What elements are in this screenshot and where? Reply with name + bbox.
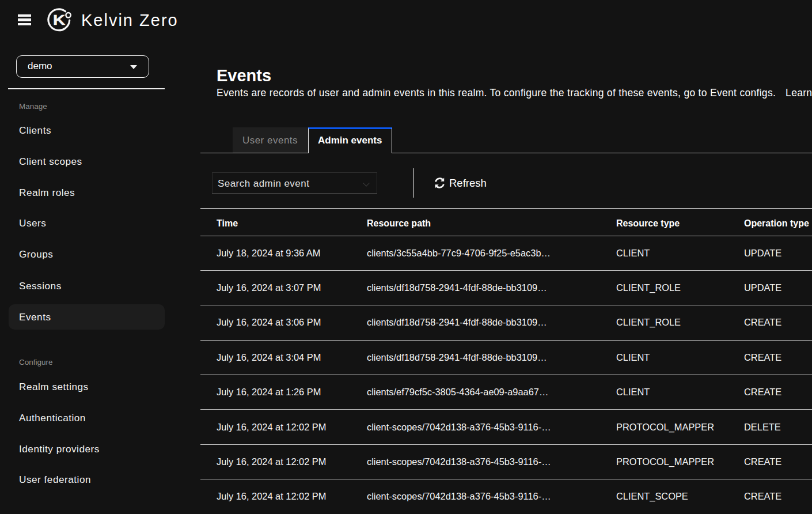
svg-text:K: K bbox=[53, 13, 65, 28]
